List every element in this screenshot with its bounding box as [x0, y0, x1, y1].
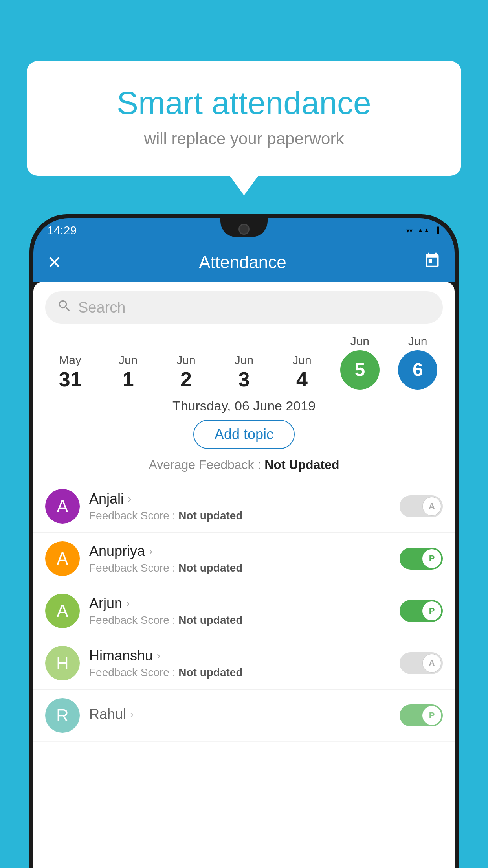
avatar-himanshu: H: [45, 646, 80, 680]
toggle-himanshu[interactable]: A: [400, 652, 443, 674]
add-topic-button[interactable]: Add topic: [193, 420, 295, 449]
date-row: May 31 Jun 1 Jun 2 Jun 3: [33, 331, 455, 390]
bubble-subtitle: will replace your paperwork: [50, 129, 438, 148]
student-item-anupriya[interactable]: A Anupriya › Feedback Score : Not update…: [33, 533, 455, 585]
bubble-title: Smart attendance: [50, 85, 438, 121]
toggle-arjun[interactable]: P: [400, 600, 443, 622]
toggle-anupriya[interactable]: P: [400, 548, 443, 570]
app-content: Search May 31 Jun 1 Jun 2: [33, 282, 455, 868]
chevron-icon: ›: [149, 545, 152, 557]
student-item-anjali[interactable]: A Anjali › Feedback Score : Not updated: [33, 480, 455, 533]
date-col-jun5[interactable]: Jun 5: [338, 335, 382, 390]
date-col-jun4[interactable]: Jun 4: [280, 353, 323, 390]
status-time: 14:29: [47, 224, 77, 237]
student-item-himanshu[interactable]: H Himanshu › Feedback Score : Not update…: [33, 637, 455, 690]
date-col-jun3[interactable]: Jun 3: [222, 353, 266, 390]
date-col-jun1[interactable]: Jun 1: [106, 353, 150, 390]
student-info-anupriya: Anupriya › Feedback Score : Not updated: [89, 543, 400, 574]
toggle-rahul[interactable]: P: [400, 704, 443, 726]
phone-inner: 14:29 ▾▾ ▲▲ ▐ ✕ Attendance: [33, 218, 455, 868]
wifi-icon: ▾▾: [406, 227, 413, 234]
speech-bubble: Smart attendance will replace your paper…: [27, 61, 461, 176]
avatar-arjun: A: [45, 594, 80, 628]
selected-date: Thursday, 06 June 2019: [33, 398, 455, 414]
student-item-arjun[interactable]: A Arjun › Feedback Score : Not updated: [33, 585, 455, 637]
chevron-icon: ›: [157, 649, 160, 662]
speech-bubble-container: Smart attendance will replace your paper…: [27, 61, 461, 176]
avg-feedback: Average Feedback : Not Updated: [33, 458, 455, 472]
search-bar[interactable]: Search: [45, 291, 443, 324]
avatar-anupriya: A: [45, 541, 80, 576]
phone-frame: 14:29 ▾▾ ▲▲ ▐ ✕ Attendance: [29, 214, 459, 868]
search-placeholder: Search: [78, 299, 125, 316]
close-button[interactable]: ✕: [47, 252, 62, 272]
search-icon: [57, 298, 72, 317]
student-info-arjun: Arjun › Feedback Score : Not updated: [89, 595, 400, 627]
date-circle-jun5: 5: [340, 350, 380, 390]
date-col-jun6[interactable]: Jun 6: [396, 335, 439, 390]
app-header: ✕ Attendance: [33, 243, 455, 282]
status-icons: ▾▾ ▲▲ ▐: [406, 227, 439, 234]
date-col-jun2[interactable]: Jun 2: [165, 353, 208, 390]
chevron-icon: ›: [128, 493, 131, 505]
notch: [220, 218, 268, 237]
date-col-may31[interactable]: May 31: [49, 353, 92, 390]
camera: [238, 224, 250, 235]
avatar-anjali: A: [45, 489, 80, 524]
toggle-anjali[interactable]: A: [400, 495, 443, 517]
student-item-rahul[interactable]: R Rahul › P: [33, 690, 455, 742]
student-info-himanshu: Himanshu › Feedback Score : Not updated: [89, 647, 400, 679]
student-info-rahul: Rahul ›: [89, 706, 400, 725]
date-circle-jun6: 6: [398, 350, 437, 390]
calendar-icon[interactable]: [424, 252, 441, 273]
battery-icon: ▐: [435, 227, 439, 234]
student-info-anjali: Anjali › Feedback Score : Not updated: [89, 491, 400, 522]
student-list: A Anjali › Feedback Score : Not updated: [33, 480, 455, 742]
chevron-icon: ›: [130, 708, 134, 721]
signal-icon: ▲▲: [417, 227, 430, 234]
chevron-icon: ›: [126, 597, 130, 610]
avatar-rahul: R: [45, 698, 80, 733]
header-title: Attendance: [199, 252, 286, 272]
